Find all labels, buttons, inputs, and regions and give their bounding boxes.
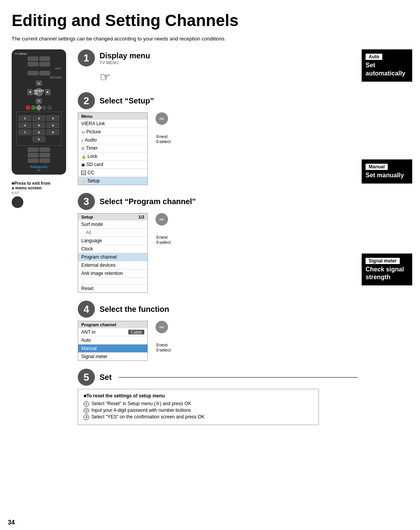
arrow-right-3: ▶ [169, 217, 173, 222]
tv-type-label: TV [15, 169, 63, 171]
ok-nav-4: OK ▶ ▼ [156, 321, 171, 333]
dpad-left[interactable]: ◄ [27, 89, 33, 95]
menu-3-program[interactable]: Program channel [78, 253, 147, 261]
menu-4-manual[interactable]: Manual [78, 345, 147, 353]
remote-btn-b3[interactable] [28, 153, 38, 157]
num-9[interactable]: 9 [46, 129, 60, 135]
step-3-title: Select “Program channel” [100, 197, 196, 206]
remote-btn-b1[interactable] [28, 147, 38, 152]
exit-button[interactable] [12, 196, 23, 208]
step-4-title: Select the function [100, 305, 169, 314]
bottom-btn-row1 [15, 147, 63, 152]
menu-2-header: Menu [78, 113, 147, 120]
remote-btn-b6[interactable] [39, 158, 50, 163]
exit-label-remote: EXIT [55, 67, 61, 70]
auto-tag: Auto [366, 54, 382, 60]
reset-info-box: ■To reset the settings of setup menu ① S… [78, 389, 319, 425]
step-4: 4 Select the function Program channel AN… [78, 301, 358, 361]
menu-2-item-lock: 🔒 Lock [78, 152, 147, 161]
press-exit-line1: ■Press to exit from [12, 181, 74, 185]
remote-btn-4[interactable] [39, 62, 50, 66]
brand-logo: Panasonic [15, 165, 63, 169]
nav-hint-area: ②next ①select [156, 134, 171, 144]
step-4-nav: OK ▶ ▼ ②next ①select [156, 321, 171, 353]
reset-item-3: ③ Select "YES" on the confirmation scree… [84, 414, 313, 420]
red-btn[interactable] [26, 105, 30, 110]
bottom-btn-row3 [15, 158, 63, 163]
arrow-down-3: ▼ [159, 225, 164, 230]
ok-btn-3[interactable]: OK ▶ ▼ [156, 213, 168, 226]
signal-tag: Signal meter [366, 258, 400, 264]
menu-2-item-sdcard: ▣ SD card [78, 161, 147, 169]
remote-btn-b5[interactable] [28, 158, 38, 163]
black-btn[interactable] [42, 105, 47, 110]
reset-title: ■To reset the settings of setup menu [84, 393, 313, 399]
num-2[interactable]: 2 [32, 115, 46, 121]
diamond-btn[interactable] [36, 105, 42, 111]
step-3-menu: Setup 1/2 Surf mode All Language Clock P… [78, 213, 148, 293]
num-7[interactable]: 7 [18, 129, 32, 135]
num-3[interactable]: 3 [46, 115, 60, 121]
arrow-right-4: ▶ [169, 324, 173, 330]
menu-3-header: Setup 1/2 [78, 213, 147, 220]
remote-btn-3[interactable] [28, 62, 38, 66]
steps-area: TV MENU EXIT [12, 49, 358, 425]
mid-btn-row [15, 62, 63, 66]
step-3-nav: OK ▶ ▼ ②next ①select [156, 213, 171, 245]
remote-area: TV MENU EXIT [12, 49, 74, 208]
color-buttons [15, 105, 63, 110]
remote-btn-6[interactable] [39, 71, 50, 75]
step-5-number: 5 [78, 369, 95, 386]
num-1[interactable]: 1 [18, 115, 32, 121]
step-5-header: 5 Set [78, 369, 358, 386]
step-1-subtitle: TV MENU [100, 60, 150, 65]
manual-heading: Set manually [366, 171, 408, 180]
black-btn2[interactable] [47, 105, 52, 110]
select-hint-2: ①select [156, 139, 171, 144]
sidebar-auto: Auto Set automatically [362, 49, 412, 82]
step-1-number: 1 [78, 49, 95, 66]
remote-btn-2[interactable] [39, 56, 50, 61]
num-8[interactable]: 8 [32, 129, 46, 135]
menu-4-auto: Auto [78, 336, 147, 345]
remote-btn-b2[interactable] [39, 147, 50, 152]
dpad-down[interactable]: ▼ [36, 98, 42, 104]
dpad[interactable]: ▲ ▼ ◄ ► [27, 80, 51, 104]
step-3-header: 3 Select “Program channel” [78, 193, 358, 210]
green-btn[interactable] [31, 105, 36, 110]
menu-2-item-viera: VIERA Link [78, 120, 147, 128]
remote-btn-b4[interactable] [39, 153, 50, 157]
ok-btn-2[interactable]: OK ▶ ▼ [156, 112, 168, 125]
reset-text-1: Select "Reset" in Setup menu (⑤) and pre… [91, 401, 191, 406]
next-hint-2: ②next [156, 134, 171, 139]
dpad-right[interactable]: ► [45, 89, 51, 95]
select-hint-3: ①select [156, 240, 171, 245]
menu-3-all: All [78, 229, 147, 237]
ok-btn-4[interactable]: OK ▶ ▼ [156, 321, 168, 333]
menu-2-item-cc: cc CC [78, 169, 147, 177]
num-0[interactable]: 0 [32, 136, 46, 142]
num-6[interactable]: 6 [46, 122, 60, 128]
circled-1: ① [84, 401, 89, 407]
content-area: TV MENU EXIT [12, 49, 362, 432]
menu-3-reset: Reset [78, 285, 147, 292]
step-1-title: Display menu TV MENU [100, 51, 150, 65]
remote-btn-1[interactable] [28, 56, 38, 61]
step-1: 1 Display menu TV MENU ☞ [78, 49, 358, 84]
num-4[interactable]: 4 [18, 122, 32, 128]
bottom-btn-row2 [15, 153, 63, 157]
step-3: 3 Select “Program channel” Setup 1/2 Sur… [78, 193, 358, 293]
menu-4-header: Program channel [78, 321, 147, 328]
step-2-menu: Menu VIERA Link ▭ Picture ♪ Audio ⊙ Time… [78, 112, 148, 185]
numpad-area: 1 2 3 4 5 6 7 8 9 0 [16, 112, 61, 146]
dpad-up[interactable]: ▲ [36, 80, 42, 86]
menu-3-anti: Anti image retention [78, 269, 147, 278]
step-1-header: 1 Display menu TV MENU [78, 49, 358, 66]
menu-2-item-setup[interactable]: ⚡ Setup [78, 177, 147, 185]
page-container: Editing and Setting Channels The current… [0, 0, 420, 444]
menu-2-item-picture: ▭ Picture [78, 128, 147, 136]
remote-btn-5[interactable] [28, 71, 38, 75]
arrow-right-2: ▶ [169, 116, 173, 121]
num-5[interactable]: 5 [32, 122, 46, 128]
dpad-center-ok[interactable]: SELECTOK [35, 88, 43, 96]
